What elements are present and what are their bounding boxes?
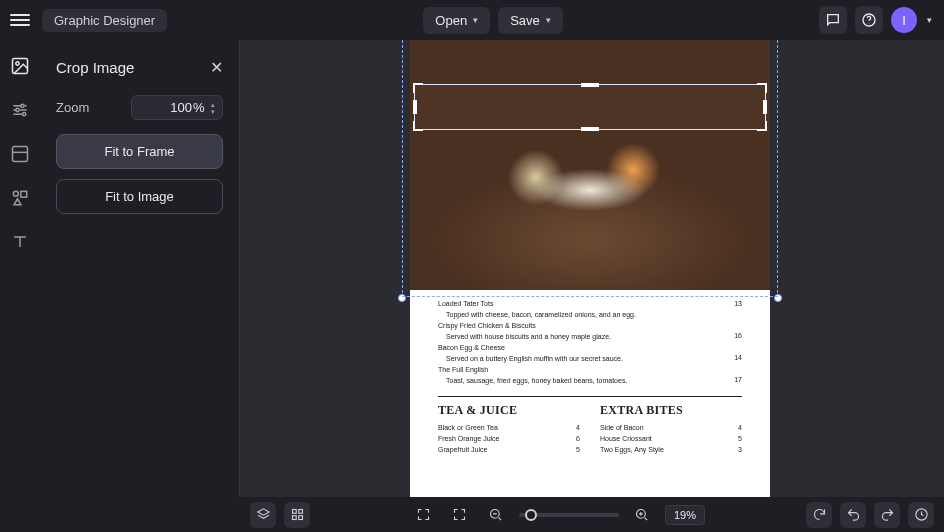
help-icon[interactable] — [855, 6, 883, 34]
crop-panel: Crop Image ✕ Zoom % ▴ ▾ Fit to Frame Fit… — [40, 40, 240, 497]
menu-item: Crispy Fried Chicken & Biscuits Served w… — [438, 320, 742, 342]
refresh-icon[interactable] — [806, 502, 832, 528]
fit-screen-icon[interactable] — [411, 502, 437, 528]
svg-rect-12 — [292, 516, 296, 520]
svg-point-5 — [16, 108, 19, 111]
avatar[interactable]: I — [891, 7, 917, 33]
menu-icon[interactable] — [10, 10, 30, 30]
account-chevron-icon[interactable]: ▾ — [925, 15, 934, 25]
text-tool-icon[interactable] — [10, 232, 30, 252]
crop-edge-handle[interactable] — [413, 100, 417, 114]
menu-item: Bacon Egg & Cheese Served on a buttery E… — [438, 342, 742, 364]
adjust-tool-icon[interactable] — [10, 100, 30, 120]
crop-bottom-edge[interactable] — [402, 296, 778, 297]
redo-icon[interactable] — [874, 502, 900, 528]
zoom-unit: % — [193, 100, 205, 115]
crop-edge-handle[interactable] — [763, 100, 767, 114]
left-rail — [0, 40, 40, 497]
bottombar: 19% — [0, 497, 944, 532]
layers-icon[interactable] — [250, 502, 276, 528]
zoom-input-wrap: % ▴ ▾ — [131, 95, 223, 120]
svg-point-1 — [869, 23, 870, 24]
menu-column-tea: TEA & JUICE Black or Green Tea4 Fresh Or… — [438, 405, 580, 455]
crop-inner-frame[interactable] — [414, 84, 766, 130]
history-icon[interactable] — [908, 502, 934, 528]
menu-item: Loaded Tater Tots Topped with cheese, ba… — [438, 298, 742, 320]
zoom-display[interactable]: 19% — [665, 505, 705, 525]
zoom-input[interactable] — [140, 100, 192, 115]
crop-corner[interactable] — [413, 121, 423, 131]
svg-rect-10 — [292, 510, 296, 514]
crop-corner[interactable] — [757, 83, 767, 93]
layout-tool-icon[interactable] — [10, 144, 30, 164]
svg-point-8 — [13, 191, 18, 196]
grid-icon[interactable] — [284, 502, 310, 528]
menu-text: Loaded Tater Tots Topped with cheese, ba… — [438, 298, 742, 455]
zoom-step-down[interactable]: ▾ — [211, 108, 215, 115]
crop-outer-bounds[interactable] — [402, 40, 778, 298]
open-button[interactable]: Open▾ — [423, 7, 490, 34]
svg-point-4 — [21, 104, 24, 107]
zoom-slider-thumb[interactable] — [525, 509, 537, 521]
crop-corner[interactable] — [757, 121, 767, 131]
zoom-in-icon[interactable] — [629, 502, 655, 528]
zoom-slider[interactable] — [519, 513, 619, 517]
close-icon[interactable]: ✕ — [210, 58, 223, 77]
svg-rect-13 — [298, 516, 302, 520]
save-button[interactable]: Save▾ — [498, 7, 563, 34]
fit-to-image-button[interactable]: Fit to Image — [56, 179, 223, 214]
comment-icon[interactable] — [819, 6, 847, 34]
image-tool-icon[interactable] — [10, 56, 30, 76]
zoom-out-icon[interactable] — [483, 502, 509, 528]
undo-icon[interactable] — [840, 502, 866, 528]
svg-rect-7 — [13, 147, 28, 162]
svg-point-6 — [23, 113, 26, 116]
crop-corner[interactable] — [413, 83, 423, 93]
menu-column-extra: EXTRA BITES Side of Bacon4 House Criossa… — [600, 405, 742, 455]
shapes-tool-icon[interactable] — [10, 188, 30, 208]
crop-edge-handle[interactable] — [581, 127, 599, 131]
svg-rect-9 — [21, 191, 27, 197]
svg-point-3 — [16, 62, 19, 65]
menu-item: The Full English Toast, sausage, fried e… — [438, 364, 742, 386]
topbar: Graphic Designer Open▾ Save▾ I ▾ — [0, 0, 944, 40]
fit-to-frame-button[interactable]: Fit to Frame — [56, 134, 223, 169]
app-title: Graphic Designer — [42, 9, 167, 32]
crop-edge-handle[interactable] — [581, 83, 599, 87]
fit-width-icon[interactable] — [447, 502, 473, 528]
panel-title: Crop Image — [56, 59, 134, 76]
zoom-label: Zoom — [56, 100, 89, 115]
zoom-step-up[interactable]: ▴ — [211, 101, 215, 108]
svg-rect-11 — [298, 510, 302, 514]
canvas[interactable]: Loaded Tater Tots Topped with cheese, ba… — [240, 40, 944, 497]
